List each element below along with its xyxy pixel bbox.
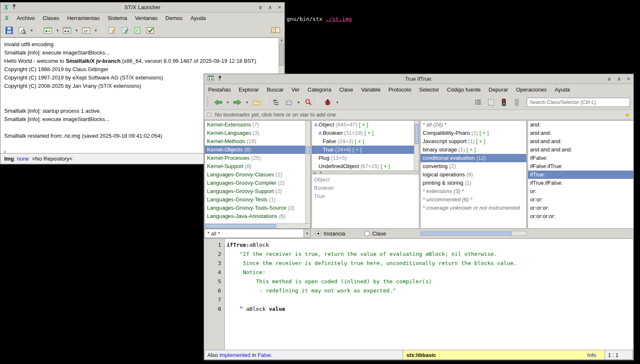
splitter-arrows-icon[interactable]: ▲ ▼	[313, 171, 324, 174]
star-icon[interactable]: ★	[625, 111, 630, 118]
menu-categoría[interactable]: Categoría	[308, 87, 331, 93]
find-special-button[interactable]	[303, 97, 314, 108]
forward-button[interactable]	[232, 97, 243, 108]
class-radio[interactable]: Clase	[364, 230, 386, 237]
protocol-item[interactable]: * uncommented (6) *	[421, 196, 526, 204]
menu-clase[interactable]: Clase	[339, 87, 353, 93]
sort-methods-button[interactable]	[473, 97, 483, 108]
selector-item[interactable]: and:and:and:and:	[528, 146, 633, 154]
scrollbar-thumb[interactable]	[421, 232, 512, 235]
menu-depurar[interactable]: Depurar	[488, 87, 508, 93]
menu-ver[interactable]: Ver	[291, 87, 300, 93]
forward-history-dropdown[interactable]: ▾	[245, 100, 249, 104]
tests-button[interactable]	[145, 25, 156, 36]
selector-item[interactable]: or:or:or:	[528, 204, 633, 212]
selector-pane[interactable]: and:and:and:and:and:and:and:and:and:and:…	[528, 120, 634, 229]
back-button[interactable]	[213, 97, 224, 108]
category-item[interactable]: Languages-Groovy-Classes (2)	[205, 171, 310, 179]
browser-titlebar[interactable]: True ifTrue: ∨ ∧ ×	[204, 74, 633, 84]
class-browser-dropdown[interactable]: ▾	[75, 28, 79, 32]
save-image-button[interactable]	[4, 25, 15, 36]
package-view-dropdown[interactable]: ▾	[296, 100, 301, 104]
file-browser-dropdown[interactable]: ▾	[30, 28, 34, 32]
protocol-item[interactable]: Compatibility-Pharo (1) [ + ]	[421, 129, 526, 137]
category-item[interactable]: Languages-Groovy-Tests (1)	[205, 196, 310, 204]
protocol-item[interactable]: binary storage (1) [ + ]	[421, 146, 526, 154]
breakpoint-toggle-icon[interactable]	[498, 97, 509, 108]
category-item[interactable]: Kernel-Objects (8)	[205, 146, 310, 154]
chevron-down-icon[interactable]: ▾	[304, 229, 310, 238]
category-item[interactable]: Kernel-Methods (19)	[205, 137, 310, 146]
bookmarks-bar[interactable]: No bookmarks yet, click here or on star …	[204, 110, 633, 120]
category-item[interactable]: Languages-Groovy-Compiler (2)	[205, 179, 310, 187]
editor-button[interactable]	[107, 25, 117, 36]
selector-item[interactable]: ifTrue:	[528, 171, 633, 179]
minimize-button[interactable]: ∨	[258, 3, 262, 12]
changes-browser-button[interactable]	[132, 25, 143, 36]
status-info-link[interactable]: Info	[587, 352, 596, 358]
class-path-item[interactable]: Object	[312, 176, 419, 184]
protocol-item[interactable]: * coverage unknown or not instrumented	[421, 204, 526, 212]
code-lines[interactable]: ifTrue:aBlock "If the receiver is true, …	[225, 239, 633, 350]
category-hscrollbar[interactable]	[205, 223, 310, 228]
selector-item[interactable]: ifTrue:ifFalse:	[528, 179, 633, 187]
class-item[interactable]: A Boolean (31+18) [ + ]	[312, 129, 414, 137]
tools-browser-button[interactable]	[81, 25, 92, 36]
category-vscrollbar[interactable]	[305, 121, 310, 223]
class-item[interactable]: A Object (645+47) [ + ]	[312, 121, 414, 129]
search-input[interactable]	[527, 98, 630, 107]
protocol-pane[interactable]: * all (24) *Compatibility-Pharo (1) [ + …	[420, 120, 527, 229]
class-item[interactable]: Plug (13+5)	[312, 154, 414, 162]
hierarchy-view-button[interactable]	[271, 97, 281, 108]
protocol-item[interactable]: * extensions (3) *	[421, 187, 526, 196]
selector-item[interactable]: and:	[528, 121, 633, 129]
category-item[interactable]: Languages-Java-Annotations (6)	[205, 212, 310, 220]
menu-sistema[interactable]: Sistema	[107, 15, 127, 21]
protocol-item[interactable]: logical operations (6)	[421, 171, 526, 179]
system-browser-dropdown[interactable]: ▾	[55, 28, 60, 32]
menu-ayuda[interactable]: Ayuda	[191, 15, 206, 21]
protocol-item[interactable]: Javascript support (1) [ + ]	[421, 137, 526, 146]
minimize-button[interactable]: ∨	[607, 74, 611, 84]
protocol-hscrollbar[interactable]	[420, 231, 527, 236]
menu-buscar[interactable]: Buscar	[267, 87, 284, 93]
code-editor[interactable]: 12345678 ifTrue:aBlock "If the receiver …	[204, 238, 633, 350]
protocol-item[interactable]: converting (2)	[421, 162, 526, 171]
workspace-button[interactable]	[120, 25, 130, 36]
new-tab-button[interactable]	[251, 97, 262, 108]
menu-archivo[interactable]: Archivo	[17, 15, 35, 21]
class-path-item[interactable]: Boolean	[312, 184, 419, 192]
class-item[interactable]: True (24+4) [ + ]	[312, 146, 414, 154]
scrollbar-thumb[interactable]	[415, 124, 418, 144]
menu-variable[interactable]: Variable	[361, 87, 381, 93]
protocol-item[interactable]: * all (24) *	[421, 121, 526, 129]
menu-demos[interactable]: Demos	[165, 15, 182, 21]
scrollbar-thumb[interactable]	[279, 44, 284, 66]
radio-off-icon[interactable]	[364, 231, 370, 236]
package-view-button[interactable]	[284, 97, 294, 108]
selector-item[interactable]: or:or:or:or:	[528, 212, 633, 220]
close-button[interactable]: ×	[278, 3, 281, 12]
category-item[interactable]: Kernel-Languages (3)	[205, 129, 310, 137]
method-filter-combo[interactable]: * all * ▾	[204, 229, 311, 238]
radio-on-icon[interactable]	[316, 231, 321, 236]
maximize-button[interactable]: ∧	[268, 3, 272, 12]
selector-item[interactable]: and:and:	[528, 129, 633, 137]
launcher-titlebar[interactable]: ST/X Launcher X ∨ ∧ ×	[0, 2, 284, 12]
selector-item[interactable]: or:or:	[528, 196, 633, 204]
menu-explorar[interactable]: Explorar	[239, 87, 259, 93]
class-pane-splitter[interactable]: ▲ ▼	[312, 171, 419, 174]
menu-código-fuente[interactable]: Código fuente	[447, 87, 481, 93]
tools-browser-dropdown[interactable]: ▾	[94, 28, 98, 32]
lamp-icon[interactable]	[511, 97, 522, 108]
category-item[interactable]: Kernel-Processes (25)	[205, 154, 310, 162]
menu-ayuda[interactable]: Ayuda	[555, 87, 570, 93]
close-button[interactable]: ×	[627, 74, 630, 84]
selector-item[interactable]: ifFalse:ifTrue:	[528, 162, 633, 171]
class-item[interactable]: False (24+3) [ + ]	[312, 137, 414, 146]
stx-menu-logo-icon[interactable]: X	[5, 14, 9, 22]
scrollbar-thumb[interactable]	[306, 146, 310, 154]
category-pane[interactable]: Kernel-Extensions (7)Kernel-Languages (3…	[204, 120, 311, 229]
class-path-item[interactable]: True	[312, 192, 419, 201]
selector-item[interactable]: and:and:and:	[528, 137, 633, 146]
